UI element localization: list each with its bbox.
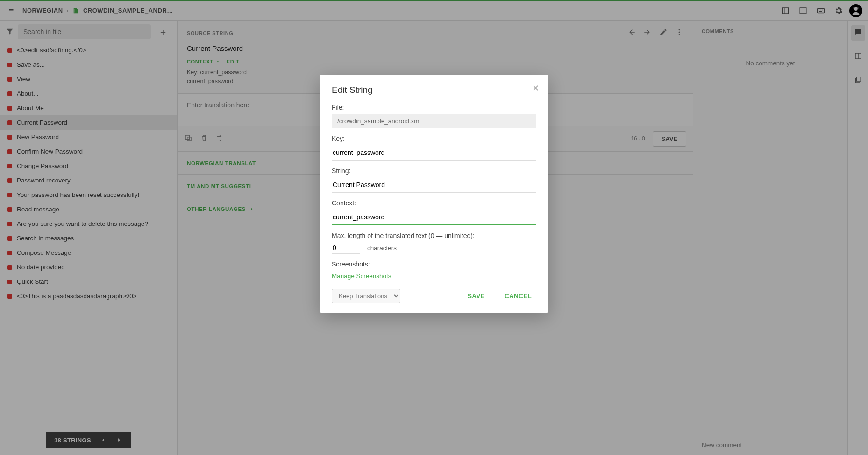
modal-cancel-button[interactable]: CANCEL [500,290,536,302]
screenshots-label: Screenshots: [332,260,536,268]
string-label: String: [332,167,536,175]
modal-title: Edit String [332,85,536,95]
key-label: Key: [332,135,536,142]
characters-label: characters [367,245,397,252]
close-icon[interactable]: ✕ [532,83,539,93]
file-value: /crowdin_sample_android.xml [332,114,536,128]
maxlength-input[interactable] [332,242,360,254]
string-input[interactable] [332,178,536,193]
file-label: File: [332,104,536,111]
context-label: Context: [332,199,536,207]
keep-translations-select[interactable]: Keep Translations [332,289,400,303]
modal-overlay[interactable]: Edit String ✕ File: /crowdin_sample_andr… [0,0,868,455]
modal-save-button[interactable]: SAVE [463,290,490,302]
edit-string-modal: Edit String ✕ File: /crowdin_sample_andr… [320,75,548,313]
key-input[interactable] [332,146,536,161]
context-input[interactable] [332,210,536,225]
maxlength-label: Max. length of the translated text (0 — … [332,232,536,239]
manage-screenshots-link[interactable]: Manage Screenshots [332,273,391,280]
